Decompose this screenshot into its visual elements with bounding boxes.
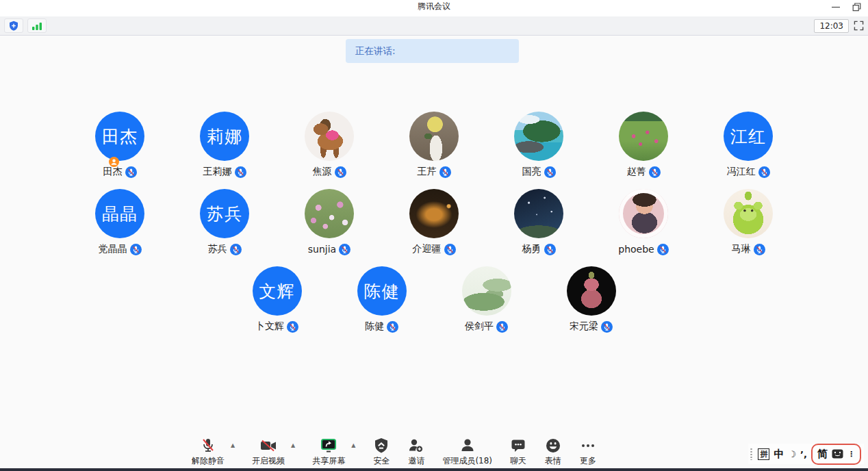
participant-avatar-wrap: 江红 (724, 112, 773, 161)
toolbar-button-label: 解除静音 (192, 455, 225, 467)
ime-simplified-toggle[interactable]: 简 (817, 448, 828, 461)
toolbar-group: 解除静音▲ (192, 437, 235, 467)
mic-muted-icon (657, 244, 669, 255)
titlebar: 腾讯会议 (0, 0, 868, 16)
members-icon (459, 437, 476, 455)
ime-drag-handle[interactable] (750, 448, 754, 460)
participant-avatar-wrap: 陈健 (357, 266, 407, 316)
screen-share-icon (320, 437, 337, 455)
participant-nameline: 焦源 (313, 164, 346, 179)
bottom-toolbar-inner: 解除静音▲开启视频▲共享屏幕▲安全邀请管理成员(18)聊天表情更多 (192, 437, 597, 467)
participant-tile[interactable]: 文辉卜文辉 (225, 266, 329, 334)
speaking-banner-label: 正在讲话: (355, 45, 396, 58)
participant-avatar-wrap (305, 189, 354, 238)
toolbar-more-dots-button[interactable]: 更多 (579, 437, 597, 467)
participant-tile[interactable]: 赵菁 (591, 112, 696, 179)
mic-muted-icon (287, 321, 298, 333)
toolbar-group: 开启视频▲ (252, 437, 295, 467)
participant-tile[interactable]: 王芹 (382, 112, 487, 179)
participant-tile[interactable]: 田杰田杰 (68, 112, 173, 179)
participant-tile[interactable]: 介迎疆 (382, 189, 487, 257)
host-badge-icon (109, 157, 119, 167)
participant-avatar (409, 189, 459, 238)
participant-tile[interactable]: 侯剑平 (434, 266, 539, 334)
participant-tile[interactable]: sunjia (277, 189, 382, 257)
participant-tile[interactable]: 苏兵苏兵 (173, 189, 277, 257)
participant-nameline: 苏兵 (208, 242, 242, 257)
participant-name: 马琳 (732, 243, 751, 255)
speaking-banner: 正在讲话: (346, 39, 519, 63)
network-status-button[interactable] (27, 18, 47, 33)
participant-nameline: 王芹 (418, 164, 451, 179)
participant-avatar-wrap (462, 266, 511, 316)
mic-muted-icon (387, 321, 398, 333)
participant-avatar-wrap (305, 112, 354, 161)
participant-avatar-wrap (514, 189, 563, 238)
network-signal-icon (31, 21, 42, 31)
mic-muted-icon (758, 166, 770, 178)
toolbar-group: 共享屏幕▲ (312, 437, 355, 467)
toolbar-security-shield-button[interactable]: 安全 (372, 437, 390, 467)
participant-name: 赵菁 (627, 166, 646, 178)
participant-tile[interactable]: 国亮 (487, 112, 591, 179)
toolbar-screen-share-button[interactable]: 共享屏幕 (312, 437, 345, 467)
participant-tile[interactable]: 杨勇 (487, 189, 591, 257)
emoji-face-icon (544, 437, 562, 455)
participant-tile[interactable]: 焦源 (277, 112, 382, 179)
more-dots-icon (579, 437, 597, 455)
participant-nameline: 王莉娜 (203, 164, 246, 179)
mic-muted-icon (199, 437, 217, 455)
ime-pinyin-logo[interactable]: 拼 (758, 448, 769, 460)
toolbar-members-button[interactable]: 管理成员(18) (442, 437, 492, 467)
participant-tile[interactable]: 江红冯江红 (696, 112, 801, 179)
restore-button[interactable] (846, 0, 867, 14)
participant-avatar (567, 266, 616, 316)
participant-nameline: 卜文辉 (255, 319, 298, 334)
minimize-icon (832, 3, 840, 11)
participant-avatar-wrap (409, 189, 459, 238)
toolbar-button-label: 更多 (580, 455, 596, 467)
participant-name: sunjia (308, 244, 336, 255)
participant-tile[interactable]: 晶晶党晶晶 (68, 189, 173, 257)
window-title: 腾讯会议 (0, 1, 868, 12)
toolbar-expand-arrow[interactable]: ▲ (291, 442, 295, 448)
ime-halfwidth-toggle[interactable]: ☽ (788, 449, 796, 459)
ime-language-toggle[interactable]: 中 (774, 448, 784, 461)
toolbar-camera-muted-button[interactable]: 开启视频 (252, 437, 285, 467)
ime-punctuation-toggle[interactable]: ’, (800, 449, 807, 459)
participant-nameline: phoebe (618, 242, 668, 257)
minimize-button[interactable] (826, 0, 846, 14)
security-shield-icon (372, 437, 390, 455)
participant-nameline: 陈健 (365, 319, 398, 334)
toolbar-mic-muted-button[interactable]: 解除静音 (192, 437, 225, 467)
participant-tile[interactable]: 马琳 (696, 189, 801, 257)
fullscreen-button[interactable] (854, 21, 864, 31)
participant-name: phoebe (618, 244, 654, 255)
participant-avatar (514, 112, 563, 161)
mic-muted-icon (496, 321, 508, 333)
participant-tile[interactable]: phoebe (591, 189, 696, 257)
participant-nameline: 党晶晶 (99, 242, 142, 257)
toolbar-expand-arrow[interactable]: ▲ (351, 442, 355, 448)
participant-avatar-wrap (409, 112, 459, 161)
participant-tile[interactable]: 宋元梁 (539, 266, 643, 334)
security-status-button[interactable] (4, 18, 23, 33)
toolbar-emoji-face-button[interactable]: 表情 (544, 437, 562, 467)
ime-statusbar: 拼 中 ☽ ’, 简 ⋮ (748, 444, 864, 464)
toolbar-expand-arrow[interactable]: ▲ (231, 442, 235, 448)
toolbar-invite-user-button[interactable]: 邀请 (407, 437, 425, 467)
participant-tile[interactable]: 莉娜王莉娜 (173, 112, 277, 179)
ime-emoji-keyboard-icon[interactable] (832, 449, 843, 459)
participant-avatar-wrap: 晶晶 (95, 189, 144, 238)
mic-muted-icon (235, 166, 246, 178)
participant-avatar-wrap: 田杰 (95, 112, 144, 161)
toolbar-group: 更多 (579, 437, 597, 467)
participant-nameline: 宋元梁 (570, 319, 613, 334)
participant-name: 王莉娜 (203, 166, 232, 178)
participant-avatar (409, 112, 459, 161)
participant-row: 晶晶党晶晶苏兵苏兵sunjia介迎疆杨勇phoebe马琳 (0, 189, 868, 257)
participant-tile[interactable]: 陈健陈健 (329, 266, 434, 334)
ime-more-button[interactable]: ⋮ (847, 450, 855, 459)
toolbar-chat-bubble-button[interactable]: 聊天 (509, 437, 527, 467)
participant-avatar (724, 189, 773, 238)
